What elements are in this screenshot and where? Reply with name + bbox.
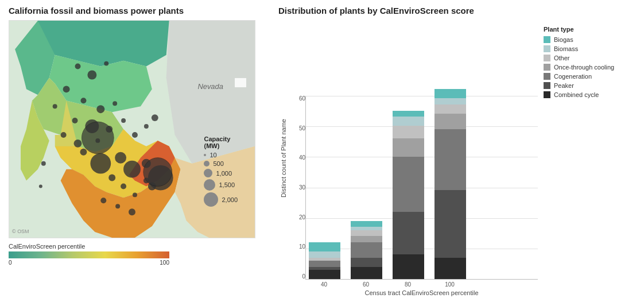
bar-segment-once-through-cooling [351,236,382,242]
svg-point-30 [123,161,141,178]
bar-segment-cogeneration [309,261,340,267]
svg-point-44 [144,124,149,129]
colorbar [9,251,169,258]
svg-point-19 [112,101,117,106]
y-tick-10: 10 [291,244,305,250]
capacity-row-500: 500 [204,160,238,167]
y-axis-label: Distinct count of Plant name [278,20,289,296]
y-ticks: 0 10 20 30 40 50 60 [291,96,305,280]
svg-point-23 [121,118,126,123]
svg-point-47 [143,158,172,187]
capacity-legend-title: Capacity(MW) [204,135,238,149]
x-labels: 406080100 [305,280,538,288]
svg-point-18 [96,105,104,113]
svg-point-39 [115,204,120,208]
bar-segment-other [434,104,466,114]
bars-area [305,96,538,280]
legend-label-other: Other [554,55,570,61]
legend-swatch-once-through-cooling [544,64,550,71]
colorbar-min: 0 [9,260,12,266]
bar-stack-40 [309,242,340,279]
plant-type-legend-title: Plant type [544,26,635,33]
bar-segment-biogas [351,221,382,227]
chart-legend: Plant type BiogasBiomassOtherOnce-throug… [544,20,635,296]
cap-circle-2000 [204,192,218,207]
x-label-40: 40 [308,281,340,288]
bar-group-80 [393,111,424,279]
bar-segment-biogas [309,242,340,251]
x-label-100: 100 [434,281,465,288]
svg-point-41 [41,161,46,166]
cap-label-2000: 2,000 [222,196,238,203]
legend-item-other: Other [544,55,635,61]
svg-point-14 [104,61,108,66]
y-tick-30: 30 [291,185,305,191]
bar-segment-peaker [434,190,466,257]
bar-stack-60 [351,221,382,279]
chart-with-axes: 0 10 20 30 40 50 60 [291,20,538,296]
y-tick-0: 0 [291,274,305,280]
cap-circle-1000 [204,169,212,177]
left-panel: California fossil and biomass power plan… [9,6,267,296]
legend-swatch-combined-cycle [544,91,550,98]
bar-segment-biogas [393,111,424,117]
bar-group-100 [434,89,466,279]
chart-area: Distinct count of Plant name 0 10 20 30 … [278,20,635,296]
svg-point-32 [108,175,115,181]
x-label-80: 80 [392,281,424,288]
colorbar-section: CalEnviroScreen percentile 0 100 [9,243,255,266]
bar-segment-peaker [351,258,382,267]
svg-point-45 [152,114,158,121]
cap-circle-1500 [204,179,215,191]
bar-segment-cogeneration [393,157,424,212]
bar-segment-combined-cycle [434,258,466,279]
legend-swatch-other [544,55,550,61]
svg-point-12 [75,64,81,69]
legend-label-combined-cycle: Combined cycle [554,91,599,98]
legend-swatch-peaker [544,82,550,89]
svg-point-29 [115,152,126,164]
colorbar-max: 100 [160,260,169,266]
legend-item-cogeneration: Cogeneration [544,73,635,80]
cap-label-10: 10 [210,152,216,158]
svg-point-16 [53,104,57,109]
bar-segment-combined-cycle [309,270,340,279]
bar-group-60 [351,221,382,279]
svg-point-34 [133,192,137,197]
legend-swatch-cogeneration [544,73,550,80]
svg-point-24 [61,132,67,138]
bar-segment-biomass [309,251,340,258]
svg-point-42 [39,184,42,188]
legend-items-container: BiogasBiomassOtherOnce-through coolingCo… [544,36,635,100]
bar-segment-combined-cycle [393,254,424,279]
legend-swatch-biogas [544,36,550,43]
nevada-label: Nevada [197,82,223,91]
bar-segment-biomass [393,117,424,126]
bar-segment-once-through-cooling [393,138,424,157]
bar-segment-once-through-cooling [434,114,466,129]
svg-point-40 [129,208,135,215]
legend-item-biomass: Biomass [544,45,635,52]
cap-circle-500 [204,161,210,167]
cap-circle-10 [204,154,206,156]
bar-segment-cogeneration [351,242,382,258]
capacity-row-1500: 1,500 [204,179,238,191]
bar-segment-peaker [393,212,424,255]
svg-point-28 [90,153,111,174]
chart-and-legend: 0 10 20 30 40 50 60 [291,20,635,296]
bar-stack-80 [393,111,424,279]
svg-point-43 [132,132,138,138]
bar-segment-biomass [434,98,466,104]
legend-label-biomass: Biomass [554,45,578,52]
cap-label-1000: 1,000 [216,170,232,177]
chart-inner: 0 10 20 30 40 50 60 [291,20,538,280]
capacity-row-10: 10 [204,152,238,158]
right-title: Distribution of plants by CalEnviroScree… [278,6,635,16]
svg-point-20 [72,118,78,123]
legend-swatch-biomass [544,45,550,52]
svg-point-15 [63,86,70,92]
bar-stack-100 [434,89,466,279]
x-label-60: 60 [350,281,382,288]
legend-item-peaker: Peaker [544,82,635,89]
left-title: California fossil and biomass power plan… [9,6,267,16]
